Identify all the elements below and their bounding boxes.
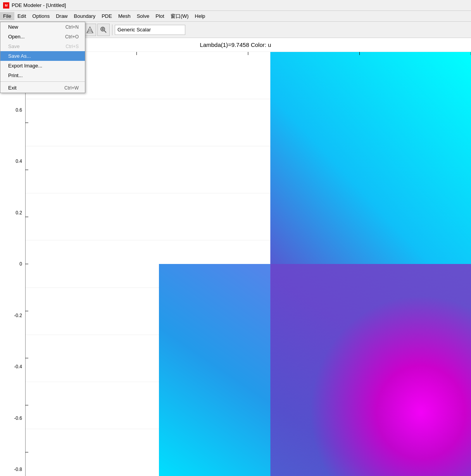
menu-save-as-label: Save As... xyxy=(8,53,31,59)
menu-save-shortcut: Ctrl+S xyxy=(66,44,79,49)
lower-left-cyan xyxy=(159,264,271,476)
menu-open-label: Open... xyxy=(8,34,25,40)
menu-boundary[interactable]: Boundary xyxy=(71,12,99,20)
plot-header-text: Lambda(1)=9.7458 Color: u xyxy=(200,41,271,48)
y-tick-n06: -0.6 xyxy=(14,416,22,421)
menu-mesh[interactable]: Mesh xyxy=(115,12,134,20)
menu-export-image-label: Export Image... xyxy=(8,63,42,69)
menu-save: Save Ctrl+S xyxy=(0,41,85,51)
toolbar-zoom-btn[interactable] xyxy=(97,24,110,36)
y-tick-n04: -0.4 xyxy=(14,364,22,369)
menu-exit-shortcut: Ctrl+W xyxy=(64,85,79,91)
menu-save-as[interactable]: Save As... xyxy=(0,51,85,61)
right-hotspot xyxy=(271,264,471,476)
toolbar-separator xyxy=(112,24,112,35)
window-title: PDE Modeler - [Untitled] xyxy=(12,2,66,8)
scalar-input[interactable] xyxy=(115,25,185,35)
menu-separator xyxy=(0,81,85,82)
y-tick-04: 0.4 xyxy=(16,159,22,164)
menu-draw[interactable]: Draw xyxy=(53,12,71,20)
matlab-icon: M xyxy=(3,2,9,9)
menu-plot[interactable]: Plot xyxy=(152,12,167,20)
main-area: Lambda(1)=9.7458 Color: u 0.8 0.6 0.4 0.… xyxy=(0,38,471,476)
mesh-icon xyxy=(86,26,94,34)
menu-new-shortcut: Ctrl+N xyxy=(66,24,79,30)
toolbar-plot3d-btn[interactable] xyxy=(84,24,96,36)
menu-bar: File Edit Options Draw Boundary PDE Mesh… xyxy=(0,11,471,22)
title-bar: M PDE Modeler - [Untitled] xyxy=(0,0,471,11)
menu-open[interactable]: Open... Ctrl+O xyxy=(0,32,85,41)
y-tick-06: 0.6 xyxy=(16,107,22,113)
menu-pde[interactable]: PDE xyxy=(98,12,115,20)
plot-container: 0.8 0.6 0.4 0.2 0 -0.2 -0.4 -0.6 -0.8 xyxy=(0,52,471,476)
y-tick-02: 0.2 xyxy=(16,210,22,216)
menu-exit-label: Exit xyxy=(8,85,17,91)
plot-svg xyxy=(25,52,471,476)
file-dropdown: New Ctrl+N Open... Ctrl+O Save Ctrl+S Sa… xyxy=(0,22,85,93)
y-tick-0: 0 xyxy=(19,261,22,267)
menu-open-shortcut: Ctrl+O xyxy=(65,34,79,40)
svg-line-6 xyxy=(104,31,106,33)
menu-print[interactable]: Print... xyxy=(0,71,85,80)
y-axis: 0.8 0.6 0.4 0.2 0 -0.2 -0.4 -0.6 -0.8 xyxy=(0,52,25,476)
menu-options[interactable]: Options xyxy=(29,12,53,20)
menu-edit[interactable]: Edit xyxy=(14,12,29,20)
upper-blend xyxy=(271,52,471,264)
menu-new-label: New xyxy=(8,24,18,30)
menu-solve[interactable]: Solve xyxy=(134,12,153,20)
menu-exit[interactable]: Exit Ctrl+W xyxy=(0,83,85,93)
menu-new[interactable]: New Ctrl+N xyxy=(0,22,85,32)
zoom-icon xyxy=(100,26,107,34)
menu-file[interactable]: File xyxy=(0,12,14,20)
menu-export-image[interactable]: Export Image... xyxy=(0,61,85,71)
y-tick-n08: -0.8 xyxy=(14,467,22,472)
menu-print-label: Print... xyxy=(8,72,23,78)
menu-help[interactable]: Help xyxy=(192,12,209,20)
y-tick-n02: -0.2 xyxy=(14,313,22,318)
menu-save-label: Save xyxy=(8,43,20,49)
menu-window[interactable]: 窗口(W) xyxy=(167,12,192,21)
plot-canvas xyxy=(25,52,471,476)
